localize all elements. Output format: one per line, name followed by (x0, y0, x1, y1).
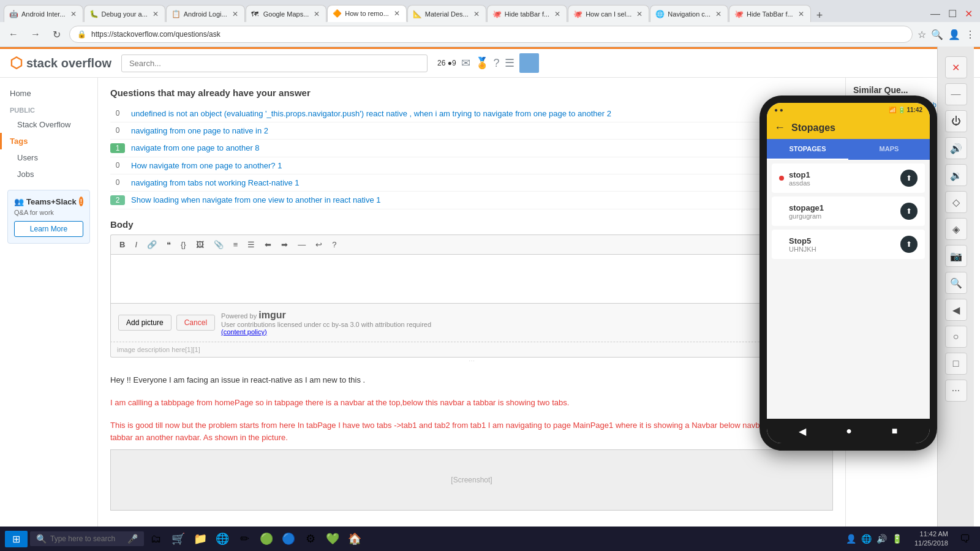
tab-close-icon[interactable]: ✕ (69, 9, 78, 20)
inbox-icon[interactable]: ✉ (461, 56, 470, 70)
question-link[interactable]: Show loading when navigate from one view… (131, 195, 381, 204)
side-home-button[interactable]: ○ (945, 326, 967, 348)
address-bar[interactable]: 🔒 https://stackoverflow.com/questions/as… (69, 26, 913, 43)
tab-google-maps[interactable]: 🗺 Google Maps... ✕ (246, 5, 327, 22)
zoom-button[interactable]: 🔍 (931, 29, 943, 40)
learn-more-button[interactable]: Learn More (14, 221, 83, 237)
attachment-button[interactable]: 📎 (211, 239, 226, 250)
taskbar-search-input[interactable] (50, 534, 124, 543)
start-button[interactable]: ⊞ (5, 531, 28, 547)
tab-hide-tabbar2[interactable]: 🐙 Hide TabBar f... ✕ (729, 5, 811, 22)
tab-close-icon[interactable]: ✕ (553, 9, 562, 20)
phone-home-hw-button[interactable]: ● (846, 425, 852, 437)
side-back-button[interactable]: ◀ (945, 299, 967, 321)
question-link[interactable]: undefined is not an object (evaluating '… (131, 109, 611, 118)
tray-battery-icon[interactable]: 🔋 (892, 534, 902, 544)
add-picture-button[interactable]: Add picture (118, 315, 172, 331)
tab-debug[interactable]: 🐛 Debug your a... ✕ (84, 5, 165, 22)
phone-navigate-icon[interactable]: ⬆ (900, 170, 918, 187)
profile-button[interactable]: 👤 (948, 29, 960, 40)
back-button[interactable]: ← (5, 26, 22, 42)
phone-recent-hw-button[interactable]: ■ (892, 425, 898, 437)
sidebar-item-tags[interactable]: Tags (0, 133, 97, 149)
help-editor-button[interactable]: ? (330, 239, 339, 250)
sidebar-item-jobs[interactable]: Jobs (0, 166, 97, 182)
close-window-button[interactable]: ✕ (961, 6, 976, 22)
tray-network-icon[interactable]: 🌐 (861, 534, 872, 544)
tab-hide-tabbar1[interactable]: 🐙 Hide tabBar f... ✕ (487, 5, 567, 22)
link-button[interactable]: 🔗 (145, 239, 159, 250)
undo-button[interactable]: ↩ (313, 239, 325, 250)
taskbar-icon-cortana[interactable]: 🗂 (146, 529, 166, 549)
tab-android-log[interactable]: 📋 Android Logi... ✕ (166, 5, 245, 22)
side-eraser-button[interactable]: ◈ (945, 218, 967, 240)
side-minimize-button[interactable]: — (945, 83, 967, 105)
tab-close-icon[interactable]: ✕ (393, 8, 401, 19)
cancel-button[interactable]: Cancel (176, 315, 215, 331)
image-button[interactable]: 🖼 (194, 239, 206, 250)
side-more-button[interactable]: ··· (945, 380, 967, 402)
taskbar-icon-explorer[interactable]: 📁 (190, 529, 210, 549)
taskbar-search[interactable]: 🔍 🎤 (30, 531, 144, 546)
phone-tab-maps[interactable]: MAPS (848, 139, 930, 160)
hamburger-icon[interactable]: ☰ (505, 56, 514, 70)
tab-how-can-i[interactable]: 🐙 How can I sel... ✕ (568, 5, 649, 22)
side-power-button[interactable]: ⏻ (945, 110, 967, 132)
so-search[interactable] (121, 54, 428, 72)
achievements-icon[interactable]: 🏅 (475, 56, 489, 70)
tab-close-icon[interactable]: ✕ (714, 9, 723, 20)
taskbar-icon-store[interactable]: 🛒 (168, 529, 188, 549)
question-link[interactable]: How navigate from one page to another? 1 (131, 161, 282, 170)
phone-back-hw-button[interactable]: ◀ (799, 425, 806, 437)
side-zoom-button[interactable]: 🔍 (945, 272, 967, 294)
sidebar-item-users[interactable]: Users (0, 149, 97, 166)
tab-material-des[interactable]: 📐 Material Des... ✕ (407, 5, 486, 22)
question-link[interactable]: navigate from one page to another 8 (131, 143, 260, 152)
phone-navigate-icon[interactable]: ⬆ (900, 236, 918, 253)
rule-button[interactable]: — (295, 239, 308, 250)
side-volume-up-button[interactable]: 🔊 (945, 137, 967, 159)
sidebar-item-home[interactable]: Home (0, 85, 97, 102)
reload-button[interactable]: ↻ (49, 26, 64, 43)
phone-list-item[interactable]: stop1 assdas ⬆ (772, 163, 925, 193)
resize-handle[interactable]: ⋯ (110, 358, 833, 364)
help-icon[interactable]: ? (494, 57, 500, 70)
user-avatar[interactable] (519, 53, 539, 73)
phone-navigate-icon[interactable]: ⬆ (900, 203, 918, 220)
side-volume-down-button[interactable]: 🔉 (945, 164, 967, 186)
bookmark-button[interactable]: ☆ (918, 29, 926, 40)
taskbar-icon-app1[interactable]: 🟢 (257, 529, 276, 549)
tab-close-icon[interactable]: ✕ (312, 9, 321, 20)
side-diamond-button[interactable]: ◇ (945, 191, 967, 213)
indent-button[interactable]: ⬅ (262, 239, 274, 250)
phone-list-item[interactable]: Stop5 UHNJKH ⬆ (772, 230, 925, 259)
tab-close-icon[interactable]: ✕ (231, 9, 239, 20)
tray-people-icon[interactable]: 👤 (846, 534, 856, 544)
phone-back-button[interactable]: ← (774, 121, 785, 134)
tab-android-inter[interactable]: 🤖 Android Inter... ✕ (4, 5, 83, 22)
quote-button[interactable]: ❝ (164, 239, 173, 250)
question-link[interactable]: navigating from tabs not working React-n… (131, 178, 300, 187)
side-close-button[interactable]: ✕ (945, 56, 967, 78)
taskbar-icon-pen[interactable]: ✏ (235, 529, 254, 549)
code-button[interactable]: {} (178, 239, 189, 250)
taskbar-icon-settings[interactable]: ⚙ (301, 529, 320, 549)
outdent-button[interactable]: ➡ (279, 239, 290, 250)
taskbar-icon-edge[interactable]: 🌐 (213, 529, 232, 549)
ordered-list-button[interactable]: ≡ (231, 239, 241, 250)
bold-button[interactable]: B (117, 239, 127, 250)
tab-close-icon[interactable]: ✕ (472, 9, 481, 20)
tab-close-icon[interactable]: ✕ (635, 9, 644, 20)
phone-tab-stopages[interactable]: STOPAGES (767, 139, 848, 160)
sidebar-item-stack-overflow[interactable]: Stack Overflow (0, 116, 97, 133)
editor-area[interactable] (110, 254, 833, 303)
phone-list-item[interactable]: stopage1 gurgugram ⬆ (772, 197, 925, 226)
tab-close-icon[interactable]: ✕ (151, 9, 160, 20)
italic-button[interactable]: I (132, 239, 140, 250)
taskbar-clock[interactable]: 11:42 AM 11/25/2018 (910, 530, 953, 549)
tab-close-icon[interactable]: ✕ (797, 9, 805, 20)
tab-navigation[interactable]: 🌐 Navigation c... ✕ (650, 5, 728, 22)
tab-how-to-remo[interactable]: 🔶 How to remo... ✕ (327, 5, 407, 22)
question-link[interactable]: navigating from one page to native in 2 (131, 126, 268, 135)
new-tab-button[interactable]: + (812, 9, 828, 22)
